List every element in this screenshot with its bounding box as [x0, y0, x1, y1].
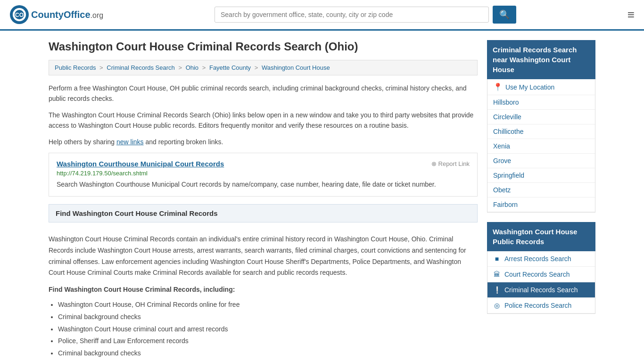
page-title: Washington Court House Criminal Records …	[49, 40, 478, 53]
breadcrumb-washington-court-house[interactable]: Washington Court House	[262, 64, 330, 71]
criminal-records-label: Criminal Records Search	[504, 286, 578, 294]
sidebar-criminal-records[interactable]: ❕ Criminal Records Search	[487, 282, 595, 298]
logo-text: CountyOffice.org	[31, 9, 103, 20]
breadcrumb-sep-4: >	[255, 64, 260, 71]
find-section-body: Washington Court House Criminal Records …	[49, 228, 478, 362]
sidebar: Criminal Records Search near Washington …	[487, 40, 595, 362]
record-title: Washington Courthouse Municipal Court Re…	[57, 160, 224, 168]
find-section-text: Washington Court House Criminal Records …	[49, 234, 478, 279]
svg-text:CO: CO	[15, 12, 24, 18]
police-icon: ◎	[493, 302, 501, 309]
breadcrumb-sep-3: >	[202, 64, 207, 71]
location-chillicothe[interactable]: Chillicothe	[487, 124, 595, 139]
list-item: Washington Court House, OH Criminal Reco…	[58, 299, 478, 311]
report-icon: ⊗	[431, 160, 437, 167]
location-link[interactable]: Circleville	[487, 110, 595, 124]
nearby-header: Criminal Records Search near Washington …	[487, 40, 595, 79]
report-link[interactable]: ⊗ Report Link	[431, 160, 470, 167]
arrest-records-label: Arrest Records Search	[504, 255, 571, 263]
location-obetz[interactable]: Obetz	[487, 183, 595, 197]
record-description: Search Washington Courthouse Municipal C…	[57, 180, 470, 189]
public-records-box: Washington Court House Public Records ■ …	[487, 222, 595, 314]
search-input[interactable]	[215, 7, 489, 23]
location-link[interactable]: Chillicothe	[487, 124, 595, 139]
record-title-row: Washington Courthouse Municipal Court Re…	[57, 160, 470, 168]
location-link[interactable]: Fairborn	[487, 197, 595, 212]
search-button[interactable]: 🔍	[493, 6, 516, 24]
breadcrumb-fayette-county[interactable]: Fayette County	[209, 64, 251, 71]
location-springfield[interactable]: Springfield	[487, 168, 595, 183]
logo-icon: CO	[9, 5, 29, 25]
public-records-list: ■ Arrest Records Search 🏛 Court Records …	[487, 251, 595, 314]
nearby-list: 📍 Use My Location Hillsboro Circleville …	[487, 79, 595, 213]
location-link[interactable]: Obetz	[487, 183, 595, 197]
list-item: Police, Sheriff and Law Enforcement reco…	[58, 336, 478, 347]
find-section-header: Find Washington Court House Criminal Rec…	[49, 204, 478, 222]
breadcrumb-sep-1: >	[99, 64, 105, 71]
search-area: 🔍	[215, 6, 516, 24]
breadcrumb: Public Records > Criminal Records Search…	[49, 60, 478, 75]
location-fairborn[interactable]: Fairborn	[487, 197, 595, 212]
location-link[interactable]: Grove	[487, 154, 595, 168]
new-links-link[interactable]: new links	[116, 138, 144, 146]
find-list: Washington Court House, OH Criminal Reco…	[58, 299, 478, 359]
use-my-location-item[interactable]: 📍 Use My Location	[487, 79, 595, 95]
breadcrumb-public-records[interactable]: Public Records	[55, 64, 96, 71]
description-para1: Perform a free Washington Court House, O…	[49, 83, 478, 104]
find-subsection-title: Find Washington Court House Criminal Rec…	[49, 284, 478, 296]
sidebar-arrest-records[interactable]: ■ Arrest Records Search	[487, 251, 595, 267]
police-records-link[interactable]: ◎ Police Records Search	[487, 298, 595, 313]
sidebar-police-records[interactable]: ◎ Police Records Search	[487, 298, 595, 313]
record-url: http://74.219.179.50/search.shtml	[57, 170, 470, 177]
location-icon: 📍	[493, 82, 503, 91]
find-section-title: Find Washington Court House Criminal Rec…	[56, 209, 471, 217]
menu-button[interactable]: ≡	[627, 8, 635, 21]
sidebar-court-records[interactable]: 🏛 Court Records Search	[487, 267, 595, 282]
description-para2: The Washington Court House Criminal Reco…	[49, 110, 478, 131]
list-item: Criminal background checks	[58, 348, 478, 359]
use-my-location-link[interactable]: 📍 Use My Location	[487, 79, 595, 95]
public-records-header: Washington Court House Public Records	[487, 222, 595, 251]
record-entry: Washington Courthouse Municipal Court Re…	[49, 153, 478, 197]
criminal-records-link[interactable]: ❕ Criminal Records Search	[487, 282, 595, 297]
list-item: Criminal background checks	[58, 312, 478, 323]
court-icon: 🏛	[493, 271, 501, 278]
location-link[interactable]: Xenia	[487, 139, 595, 153]
location-link[interactable]: Springfield	[487, 168, 595, 182]
criminal-icon: ❕	[493, 286, 501, 294]
nearby-box: Criminal Records Search near Washington …	[487, 40, 595, 213]
logo-area: CO CountyOffice.org	[9, 5, 103, 25]
arrest-icon: ■	[493, 255, 501, 263]
description-para3: Help others by sharing new links and rep…	[49, 137, 478, 147]
police-records-label: Police Records Search	[504, 302, 571, 309]
location-hillsboro[interactable]: Hillsboro	[487, 95, 595, 110]
content-area: Washington Court House Criminal Records …	[49, 40, 478, 362]
location-grove[interactable]: Grove	[487, 154, 595, 168]
main-wrapper: Washington Court House Criminal Records …	[39, 31, 605, 362]
record-link[interactable]: Washington Courthouse Municipal Court Re…	[57, 160, 224, 168]
location-xenia[interactable]: Xenia	[487, 139, 595, 154]
location-link[interactable]: Hillsboro	[487, 95, 595, 109]
location-circleville[interactable]: Circleville	[487, 110, 595, 124]
breadcrumb-sep-2: >	[178, 64, 183, 71]
breadcrumb-criminal-records-search[interactable]: Criminal Records Search	[107, 64, 175, 71]
court-records-link[interactable]: 🏛 Court Records Search	[487, 267, 595, 282]
breadcrumb-ohio[interactable]: Ohio	[186, 64, 198, 71]
court-records-label: Court Records Search	[504, 271, 570, 278]
list-item: Washington Court House criminal court an…	[58, 324, 478, 335]
arrest-records-link[interactable]: ■ Arrest Records Search	[487, 251, 595, 266]
header: CO CountyOffice.org 🔍 ≡	[0, 0, 644, 31]
